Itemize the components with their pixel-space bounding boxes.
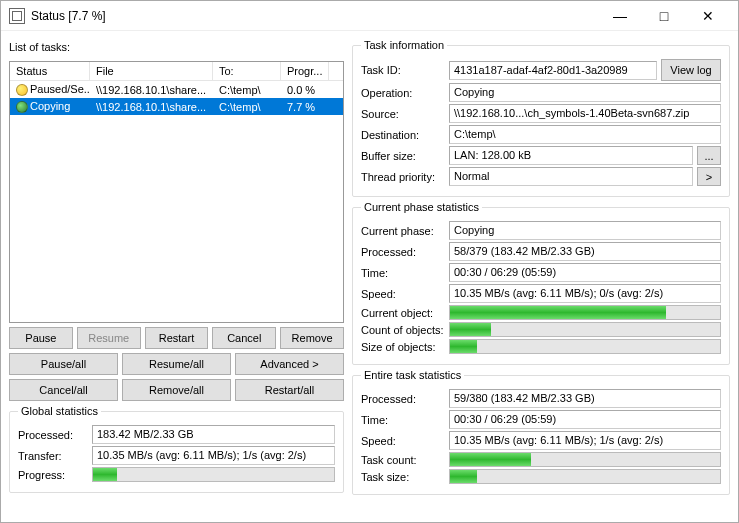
entire-speed-value: 10.35 MB/s (avg: 6.11 MB/s); 1/s (avg: 2…: [449, 431, 721, 450]
entire-processed-value: 59/380 (183.42 MB/2.33 GB): [449, 389, 721, 408]
phase-speed-label: Speed:: [361, 288, 445, 300]
entire-time-value: 00:30 / 06:29 (05:59): [449, 410, 721, 429]
global-transfer-value: 10.35 MB/s (avg: 6.11 MB/s); 1/s (avg: 2…: [92, 446, 335, 465]
task-size-bar: [449, 469, 721, 484]
phase-processed-label: Processed:: [361, 246, 445, 258]
operation-label: Operation:: [361, 87, 445, 99]
global-legend: Global statistics: [18, 405, 101, 417]
restart-button[interactable]: Restart: [145, 327, 209, 349]
task-list[interactable]: Status File To: Progr... Paused/Se...\\1…: [9, 61, 344, 323]
entire-legend: Entire task statistics: [361, 369, 464, 381]
remove-all-button[interactable]: Remove/all: [122, 379, 231, 401]
phase-speed-value: 10.35 MB/s (avg: 6.11 MB/s); 0/s (avg: 2…: [449, 284, 721, 303]
table-row[interactable]: Copying\\192.168.10.1\share...C:\temp\7.…: [10, 98, 343, 115]
maximize-button[interactable]: □: [642, 2, 686, 30]
entire-time-label: Time:: [361, 414, 445, 426]
global-transfer-label: Transfer:: [18, 450, 88, 462]
list-label: List of tasks:: [9, 39, 344, 57]
current-phase-stats: Current phase statistics Current phase:C…: [352, 201, 730, 365]
cancel-button[interactable]: Cancel: [212, 327, 276, 349]
thread-value: Normal: [449, 167, 693, 186]
global-stats: Global statistics Processed:183.42 MB/2.…: [9, 405, 344, 493]
minimize-button[interactable]: —: [598, 2, 642, 30]
status-icon: [16, 101, 28, 113]
table-row[interactable]: Paused/Se...\\192.168.10.1\share...C:\te…: [10, 81, 343, 98]
task-information: Task information Task ID:4131a187-adaf-4…: [352, 39, 730, 197]
taskid-label: Task ID:: [361, 64, 445, 76]
global-processed-label: Processed:: [18, 429, 88, 441]
buffer-label: Buffer size:: [361, 150, 445, 162]
entire-task-stats: Entire task statistics Processed:59/380 …: [352, 369, 730, 495]
header-progress[interactable]: Progr...: [281, 62, 329, 80]
pause-all-button[interactable]: Pause/all: [9, 353, 118, 375]
entire-processed-label: Processed:: [361, 393, 445, 405]
source-value: \\192.168.10...\ch_symbols-1.40Beta-svn6…: [449, 104, 721, 123]
phase-label: Current phase:: [361, 225, 445, 237]
pause-button[interactable]: Pause: [9, 327, 73, 349]
buffer-value: LAN: 128.00 kB: [449, 146, 693, 165]
count-objects-bar: [449, 322, 721, 337]
header-file[interactable]: File: [90, 62, 213, 80]
size-objects-bar: [449, 339, 721, 354]
dest-label: Destination:: [361, 129, 445, 141]
buffer-more-button[interactable]: ...: [697, 146, 721, 165]
header-status[interactable]: Status: [10, 62, 90, 80]
window-title: Status [7.7 %]: [31, 9, 598, 23]
resume-all-button[interactable]: Resume/all: [122, 353, 231, 375]
resume-button[interactable]: Resume: [77, 327, 141, 349]
task-size-label: Task size:: [361, 471, 445, 483]
operation-value: Copying: [449, 83, 721, 102]
count-objects-label: Count of objects:: [361, 324, 445, 336]
list-header: Status File To: Progr...: [10, 62, 343, 81]
remove-button[interactable]: Remove: [280, 327, 344, 349]
global-progress-bar: [92, 467, 335, 482]
taskid-value: 4131a187-adaf-4af2-80d1-3a20989: [449, 61, 657, 80]
current-object-label: Current object:: [361, 307, 445, 319]
header-to[interactable]: To:: [213, 62, 281, 80]
phase-processed-value: 58/379 (183.42 MB/2.33 GB): [449, 242, 721, 261]
source-label: Source:: [361, 108, 445, 120]
global-processed-value: 183.42 MB/2.33 GB: [92, 425, 335, 444]
app-icon: [9, 8, 25, 24]
cancel-all-button[interactable]: Cancel/all: [9, 379, 118, 401]
task-count-label: Task count:: [361, 454, 445, 466]
restart-all-button[interactable]: Restart/all: [235, 379, 344, 401]
advanced-button[interactable]: Advanced >: [235, 353, 344, 375]
dest-value: C:\temp\: [449, 125, 721, 144]
titlebar: Status [7.7 %] — □ ✕: [1, 1, 738, 31]
taskinfo-legend: Task information: [361, 39, 447, 51]
thread-label: Thread priority:: [361, 171, 445, 183]
status-icon: [16, 84, 28, 96]
close-button[interactable]: ✕: [686, 2, 730, 30]
phase-legend: Current phase statistics: [361, 201, 482, 213]
phase-time-label: Time:: [361, 267, 445, 279]
task-count-bar: [449, 452, 721, 467]
size-objects-label: Size of objects:: [361, 341, 445, 353]
thread-more-button[interactable]: >: [697, 167, 721, 186]
view-log-button[interactable]: View log: [661, 59, 721, 81]
entire-speed-label: Speed:: [361, 435, 445, 447]
global-progress-label: Progress:: [18, 469, 88, 481]
current-object-bar: [449, 305, 721, 320]
phase-time-value: 00:30 / 06:29 (05:59): [449, 263, 721, 282]
phase-value: Copying: [449, 221, 721, 240]
